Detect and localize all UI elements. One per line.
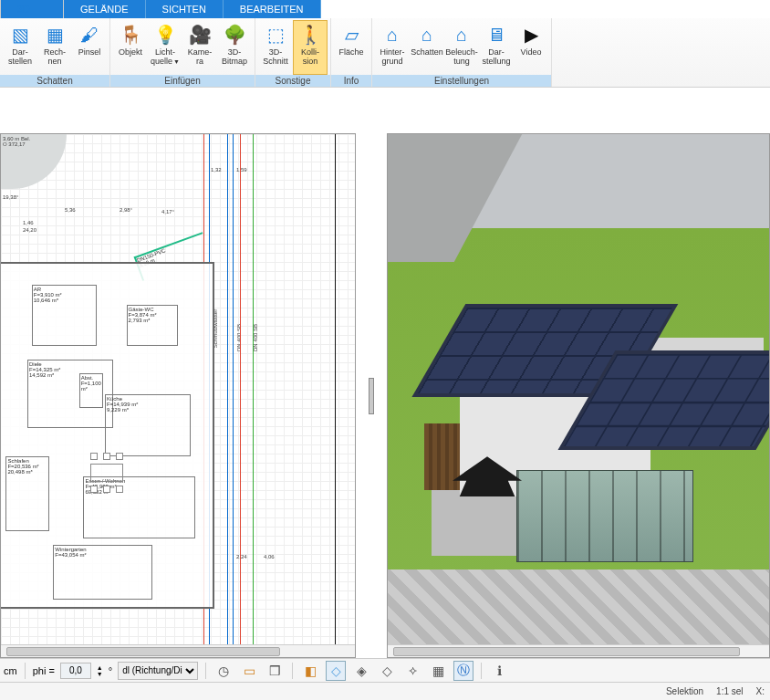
- layers-icon: ❒: [269, 663, 281, 678]
- btn-snap-3[interactable]: ◇: [377, 661, 397, 681]
- dim-label: 19,38°: [3, 194, 18, 200]
- group-label-sonstige: Sonstige: [255, 75, 330, 87]
- btn-stack[interactable]: ◧: [300, 661, 320, 681]
- btn-hintergrund[interactable]: ⌂Hinter-grund: [375, 20, 410, 75]
- group-einstellungen: ⌂Hinter-grund ⌂Schatten ⌂Beleuch-tung 🖥D…: [372, 18, 552, 87]
- dim-label: 4,06: [264, 554, 275, 559]
- btn-3d-bitmap[interactable]: 🌳3D-Bitmap: [217, 20, 252, 75]
- room-wintergarten: WintergartenF=43,054 m²: [53, 545, 152, 600]
- btn-grid[interactable]: ▦: [428, 661, 448, 681]
- btn-video[interactable]: ▶Video: [514, 20, 548, 75]
- status-bar: Selektion 1:1 sel X:: [0, 682, 770, 700]
- status-x: X:: [756, 686, 765, 696]
- person-icon: 🚶: [299, 23, 322, 47]
- brush-icon: 🖌: [80, 23, 99, 47]
- btn-north[interactable]: Ⓝ: [453, 661, 473, 681]
- guide-line: [233, 134, 234, 657]
- group-label-einstellungen: Einstellungen: [372, 75, 551, 87]
- btn-flaeche[interactable]: ▱Fläche: [334, 20, 369, 75]
- splitter[interactable]: [367, 133, 376, 658]
- tab-sichten[interactable]: SICHTEN: [146, 0, 224, 18]
- group-schatten: ▧Dar-stellen ▦Rech-nen 🖌Pinsel Schatten: [0, 18, 110, 87]
- btn-schatten-settings[interactable]: ⌂Schatten: [410, 20, 444, 75]
- tree-icon: 🌳: [224, 23, 246, 47]
- phi-label: phi =: [33, 665, 55, 676]
- tab-bearbeiten[interactable]: BEARBEITEN: [224, 0, 321, 18]
- floor-plan: ARF=3,910 m²10,646 m³ Gäste-WCF=3,874 m²…: [0, 262, 214, 609]
- house-model: [424, 271, 770, 602]
- status-scale: 1:1 sel: [716, 686, 743, 696]
- view-3d[interactable]: [387, 133, 770, 658]
- dim-label: 1,46: [23, 220, 34, 225]
- deg-label: °: [109, 665, 112, 676]
- dim-label: 2,98°: [120, 207, 132, 213]
- phi-input[interactable]: [60, 663, 91, 679]
- btn-kamera[interactable]: 🎥Kame-ra: [182, 20, 217, 75]
- dim-label: 3,60 m Bel.O 372,17: [3, 136, 30, 147]
- btn-screen[interactable]: ▭: [239, 661, 259, 681]
- group-label-info: Info: [331, 75, 371, 87]
- dim-label: 5,36: [65, 207, 76, 213]
- dl-select[interactable]: dl (Richtung/Di: [118, 662, 198, 680]
- guide-line: [240, 134, 241, 657]
- diamond-dots-icon: ⟡: [409, 663, 417, 678]
- btn-lichtquelle[interactable]: 💡Licht-quelle▼: [148, 20, 182, 75]
- scrollbar-h[interactable]: [1, 644, 355, 657]
- btn-info[interactable]: ℹ: [489, 661, 509, 681]
- btn-snap-1[interactable]: ◇: [326, 661, 346, 681]
- dim-label: DN 400 SB: [236, 324, 242, 351]
- view-2d-plan[interactable]: 3,60 m Bel.O 372,17 19,38° 5,36 2,98° 1,…: [0, 133, 356, 658]
- diamond-icon: ◇: [331, 663, 341, 678]
- guide-line: [227, 134, 228, 657]
- btn-pinsel[interactable]: 🖌Pinsel: [72, 20, 107, 75]
- tab-gelaende[interactable]: GELÄNDE: [64, 0, 146, 18]
- chevron-down-icon: ▼: [173, 58, 180, 65]
- glass-front: [516, 470, 693, 563]
- scrollbar-thumb[interactable]: [393, 647, 740, 656]
- btn-kollision[interactable]: 🚶Kolli-sion: [293, 20, 328, 75]
- room-ar: ARF=3,910 m²10,646 m³: [32, 285, 97, 347]
- house-light-icon: ⌂: [456, 23, 467, 47]
- dim-label: 4,17°: [161, 209, 174, 214]
- guide-line: [253, 134, 254, 657]
- monitor-icon: 🖥: [487, 23, 505, 47]
- btn-3d-schnitt[interactable]: ⬚3D-Schnitt: [258, 20, 293, 75]
- group-label-einfuegen: Einfügen: [110, 75, 255, 87]
- stepper[interactable]: ▲▼: [97, 664, 103, 677]
- ribbon: ▧Dar-stellen ▦Rech-nen 🖌Pinsel Schatten …: [0, 18, 770, 88]
- north-icon: Ⓝ: [457, 663, 470, 679]
- area-icon: ▱: [345, 23, 359, 47]
- btn-rechnen[interactable]: ▦Rech-nen: [37, 20, 72, 75]
- diamond-outline-icon: ◇: [382, 663, 392, 678]
- dim-label: 1,32: [211, 167, 222, 172]
- btn-darstellen[interactable]: ▧Dar-stellen: [3, 20, 37, 75]
- group-sonstige: ⬚3D-Schnitt 🚶Kolli-sion Sonstige: [255, 18, 331, 87]
- stack-icon: ◧: [305, 663, 317, 678]
- house-shadow-icon: ⌂: [421, 23, 432, 47]
- btn-snap-2[interactable]: ◈: [351, 661, 371, 681]
- diamonds-icon: ◈: [357, 663, 367, 678]
- btn-snap-4[interactable]: ⟡: [402, 661, 422, 681]
- btn-objekt[interactable]: 🪑Objekt: [113, 20, 148, 75]
- info-icon: ℹ: [497, 663, 502, 678]
- room-kueche: KücheF=14,939 m²9,229 m³: [105, 394, 191, 456]
- ribbon-tabs: 3D GELÄNDE SICHTEN BEARBEITEN: [0, 0, 770, 18]
- room-wc: Gäste-WCF=3,874 m²2,793 m³: [127, 305, 179, 346]
- btn-clock[interactable]: ◷: [213, 661, 234, 681]
- tab-3d[interactable]: 3D: [0, 0, 64, 18]
- btn-beleuchtung[interactable]: ⌂Beleuch-tung: [444, 20, 479, 75]
- scrollbar-thumb[interactable]: [6, 647, 280, 656]
- btn-darstellung[interactable]: 🖥Dar-stellung: [479, 20, 514, 75]
- guide-line: [335, 134, 336, 657]
- cube-shadow-icon: ▧: [12, 23, 29, 47]
- play-icon: ▶: [525, 23, 538, 47]
- btn-layers1[interactable]: ❒: [265, 661, 285, 681]
- dim-label: 24,20: [23, 227, 36, 233]
- chair-icon: 🪑: [120, 23, 142, 47]
- lightbulb-icon: 💡: [154, 23, 177, 47]
- dim-label: 1,59: [236, 167, 247, 172]
- workspace: 3,60 m Bel.O 372,17 19,38° 5,36 2,98° 1,…: [0, 88, 770, 658]
- screen-icon: ▭: [244, 663, 255, 678]
- scrollbar-h[interactable]: [388, 644, 769, 657]
- house-bg-icon: ⌂: [387, 23, 398, 47]
